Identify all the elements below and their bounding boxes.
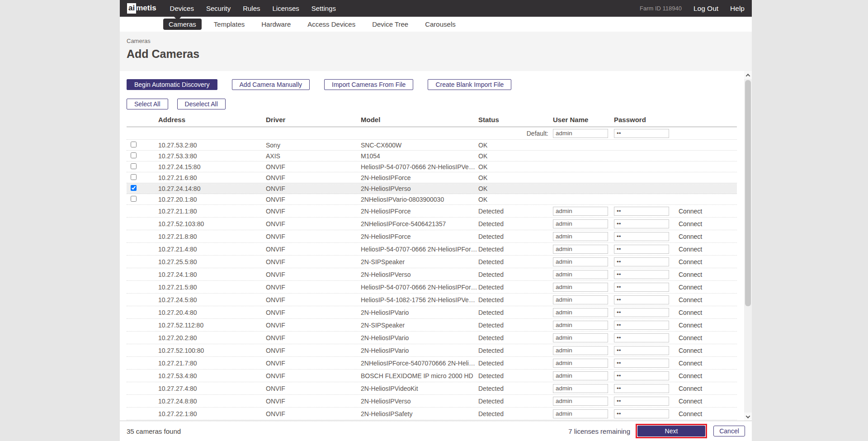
tab-hardware[interactable]: Hardware — [257, 19, 295, 30]
driver-cell: ONVIF — [266, 233, 361, 240]
row-password-input[interactable] — [614, 384, 669, 393]
row-username-input[interactable] — [553, 371, 608, 380]
row-password-input[interactable] — [614, 270, 669, 279]
connect-link[interactable]: Connect — [675, 322, 702, 329]
row-password-input[interactable] — [614, 232, 669, 241]
row-username-input[interactable] — [553, 397, 608, 406]
row-username-input[interactable] — [553, 283, 608, 292]
connect-link[interactable]: Connect — [675, 296, 702, 303]
cancel-button[interactable]: Cancel — [713, 426, 745, 436]
row-password-input[interactable] — [614, 333, 669, 342]
row-password-input[interactable] — [614, 245, 669, 254]
connect-link[interactable]: Connect — [675, 233, 702, 240]
connect-link[interactable]: Connect — [675, 372, 702, 379]
help-link[interactable]: Help — [730, 5, 745, 13]
row-username-input[interactable] — [553, 384, 608, 393]
row-username-input[interactable] — [553, 232, 608, 241]
username-cell — [553, 371, 614, 380]
row-checkbox[interactable] — [131, 152, 137, 158]
connect-link[interactable]: Connect — [675, 271, 702, 278]
import-cameras-from-file-button[interactable]: Import Cameras From File — [324, 79, 413, 90]
row-checkbox[interactable] — [131, 185, 137, 191]
begin-automatic-discovery-button[interactable]: Begin Automatic Discovery — [127, 79, 217, 90]
row-username-input[interactable] — [553, 207, 608, 216]
default-password-input[interactable] — [614, 129, 669, 138]
scrollbar-thumb[interactable] — [745, 80, 751, 306]
deselect-all-button[interactable]: Deselect All — [177, 99, 226, 109]
next-button-highlight-box: Next — [636, 424, 707, 438]
scroll-down-arrow[interactable] — [744, 413, 752, 421]
row-username-input[interactable] — [553, 219, 608, 228]
row-username-input[interactable] — [553, 409, 608, 418]
address-cell: 10.27.53.3:80 — [155, 152, 266, 160]
row-password-input[interactable] — [614, 321, 669, 330]
nav-item-security[interactable]: Security — [206, 5, 231, 12]
row-username-input[interactable] — [553, 295, 608, 304]
next-button[interactable]: Next — [637, 426, 705, 436]
vertical-scrollbar[interactable] — [744, 71, 752, 421]
row-password-input[interactable] — [614, 308, 669, 317]
connect-link[interactable]: Connect — [675, 309, 702, 316]
row-checkbox[interactable] — [131, 174, 137, 180]
row-username-input[interactable] — [553, 257, 608, 266]
connect-cell: Connect — [675, 309, 737, 316]
row-password-input[interactable] — [614, 397, 669, 406]
scroll-up-arrow[interactable] — [744, 71, 752, 79]
table-row: 10.27.21.6:80ONVIF2N-HeliosIPForceOK — [127, 172, 737, 183]
connect-link[interactable]: Connect — [675, 385, 702, 392]
create-blank-import-file-button[interactable]: Create Blank Import File — [428, 79, 511, 90]
row-password-input[interactable] — [614, 219, 669, 228]
row-username-input[interactable] — [553, 270, 608, 279]
connect-link[interactable]: Connect — [675, 410, 702, 417]
connect-link[interactable]: Connect — [675, 284, 702, 291]
tab-cameras[interactable]: Cameras — [163, 19, 202, 30]
row-username-input[interactable] — [553, 346, 608, 355]
driver-cell: ONVIF — [266, 360, 361, 367]
nav-item-settings[interactable]: Settings — [311, 5, 336, 12]
address-cell: 10.27.21.4:80 — [155, 246, 266, 253]
default-username-input[interactable] — [553, 129, 608, 138]
row-password-input[interactable] — [614, 257, 669, 266]
connect-link[interactable]: Connect — [675, 334, 702, 341]
connect-link[interactable]: Connect — [675, 258, 702, 266]
row-username-input[interactable] — [553, 333, 608, 342]
model-cell: 2N-HeliosIPVerso — [361, 185, 478, 192]
connect-link[interactable]: Connect — [675, 208, 702, 215]
row-password-input[interactable] — [614, 409, 669, 418]
connect-link[interactable]: Connect — [675, 220, 702, 228]
password-cell — [614, 321, 675, 330]
add-camera-manually-button[interactable]: Add Camera Manually — [232, 79, 310, 90]
tab-carousels[interactable]: Carousels — [420, 19, 460, 30]
row-password-input[interactable] — [614, 207, 669, 216]
tab-templates[interactable]: Templates — [209, 19, 249, 30]
select-all-button[interactable]: Select All — [127, 99, 168, 109]
page-header: Cameras Add Cameras — [120, 32, 752, 71]
nav-item-rules[interactable]: Rules — [243, 5, 260, 12]
connect-link[interactable]: Connect — [675, 398, 702, 405]
address-cell: 10.27.21.5:80 — [155, 284, 266, 291]
password-cell — [614, 371, 675, 380]
row-password-input[interactable] — [614, 295, 669, 304]
row-password-input[interactable] — [614, 371, 669, 380]
row-username-input[interactable] — [553, 245, 608, 254]
logout-link[interactable]: Log Out — [693, 5, 718, 13]
row-checkbox[interactable] — [131, 142, 137, 147]
row-username-input[interactable] — [553, 308, 608, 317]
row-password-input[interactable] — [614, 346, 669, 355]
nav-item-licenses[interactable]: Licenses — [273, 5, 299, 12]
row-username-input[interactable] — [553, 321, 608, 330]
connect-link[interactable]: Connect — [675, 360, 702, 367]
row-username-input[interactable] — [553, 359, 608, 368]
tab-access-devices[interactable]: Access Devices — [303, 19, 360, 30]
connect-link[interactable]: Connect — [675, 246, 702, 253]
row-checkbox[interactable] — [131, 163, 137, 169]
username-cell — [553, 232, 614, 241]
driver-cell: ONVIF — [266, 220, 361, 228]
driver-cell: ONVIF — [266, 163, 361, 171]
row-password-input[interactable] — [614, 359, 669, 368]
row-checkbox[interactable] — [131, 196, 137, 202]
row-password-input[interactable] — [614, 283, 669, 292]
tab-device-tree[interactable]: Device Tree — [368, 19, 413, 30]
connect-link[interactable]: Connect — [675, 347, 702, 354]
nav-item-devices[interactable]: Devices — [170, 5, 194, 12]
